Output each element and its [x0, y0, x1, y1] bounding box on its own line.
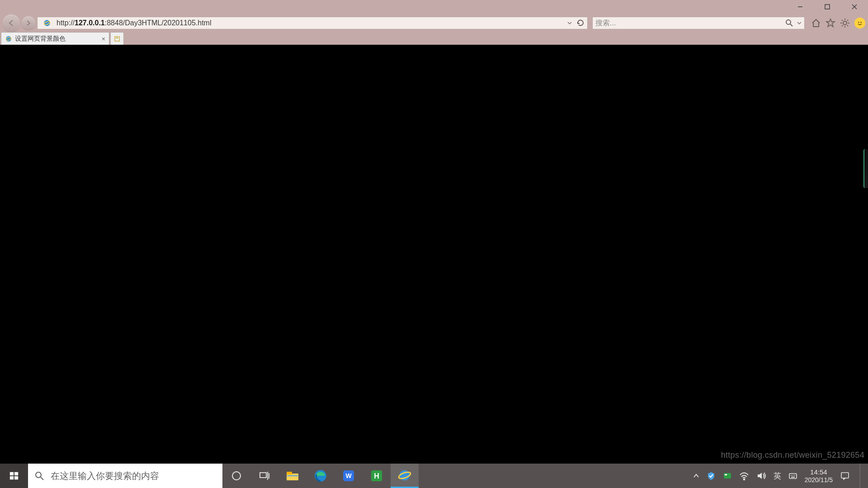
edge-side-widget[interactable] [863, 149, 868, 188]
svg-point-9 [843, 21, 847, 25]
svg-point-19 [858, 22, 859, 23]
forward-button[interactable] [22, 16, 35, 30]
svg-line-30 [41, 477, 43, 480]
svg-point-29 [36, 472, 41, 478]
svg-point-51 [793, 475, 793, 476]
show-desktop-button[interactable] [860, 464, 863, 488]
volume-icon[interactable] [756, 471, 766, 480]
edge-icon [314, 469, 327, 482]
cortana-icon [231, 470, 242, 481]
svg-point-18 [856, 19, 864, 27]
svg-rect-27 [10, 476, 14, 479]
taskbar-app-file-explorer[interactable] [278, 464, 307, 488]
svg-rect-25 [10, 472, 14, 475]
svg-line-15 [847, 25, 848, 26]
svg-rect-35 [287, 474, 298, 480]
ie-page-icon [42, 18, 52, 28]
svg-point-20 [860, 22, 861, 23]
minimize-icon [797, 4, 803, 10]
svg-point-21 [6, 36, 11, 42]
back-button[interactable] [3, 14, 20, 32]
ime-keyboard-icon[interactable] [788, 471, 797, 480]
forward-arrow-icon [25, 19, 32, 27]
file-explorer-icon [286, 470, 299, 482]
svg-point-50 [791, 475, 792, 476]
tab-title: 设置网页背景颜色 [15, 35, 66, 43]
svg-text:H: H [374, 472, 379, 480]
tab-active[interactable]: 设置网页背景颜色 × [1, 32, 109, 45]
toolbar-right-icons [811, 18, 865, 28]
search-icon[interactable] [785, 19, 793, 27]
svg-rect-1 [825, 5, 830, 9]
svg-point-6 [786, 20, 791, 24]
taskbar-search[interactable]: 在这里输入你要搜索的内容 [28, 464, 222, 488]
svg-rect-46 [725, 474, 727, 475]
ime-language-indicator[interactable]: 英 [774, 471, 781, 481]
gear-icon[interactable] [840, 18, 850, 28]
taskbar-clock[interactable]: 14:54 2020/11/5 [805, 468, 833, 484]
close-icon [851, 4, 858, 10]
svg-rect-28 [14, 476, 18, 479]
window-close-button[interactable] [841, 0, 868, 14]
taskbar-search-placeholder: 在这里输入你要搜索的内容 [51, 470, 159, 482]
svg-rect-26 [14, 472, 18, 475]
svg-point-31 [232, 472, 241, 480]
svg-line-16 [847, 20, 848, 21]
tray-overflow-icon[interactable] [693, 473, 699, 479]
taskbar-app-hbuilder[interactable]: H [363, 464, 391, 488]
svg-rect-24 [116, 38, 118, 38]
tab-close-button[interactable]: × [102, 35, 105, 42]
maximize-icon [824, 4, 830, 10]
windows-logo-icon [9, 471, 19, 481]
back-arrow-icon [7, 19, 16, 28]
home-icon[interactable] [811, 18, 821, 28]
action-center-icon[interactable] [840, 471, 850, 480]
tab-strip: 设置网页背景颜色 × [0, 31, 868, 45]
svg-line-17 [842, 25, 843, 26]
search-placeholder: 搜索... [595, 19, 616, 28]
svg-rect-49 [789, 474, 797, 479]
svg-rect-32 [260, 473, 266, 478]
hbuilder-icon: H [370, 469, 383, 482]
ie-page-icon [5, 35, 12, 42]
feedback-smiley-icon[interactable] [854, 18, 865, 28]
refresh-icon[interactable] [576, 19, 585, 27]
svg-rect-54 [841, 473, 849, 478]
taskbar-taskview-button[interactable] [250, 464, 278, 488]
svg-rect-45 [724, 473, 731, 479]
search-icon [34, 471, 44, 481]
taskbar-cortana-button[interactable] [222, 464, 250, 488]
wps-icon: W [342, 469, 355, 482]
window-minimize-button[interactable] [787, 0, 814, 14]
tray-app-icon[interactable] [723, 471, 732, 480]
clock-date: 2020/11/5 [805, 476, 833, 484]
taskbar-spacer [419, 464, 689, 488]
taskview-icon [259, 471, 270, 481]
chevron-down-icon[interactable] [567, 21, 572, 25]
svg-marker-8 [826, 19, 835, 27]
svg-rect-36 [287, 472, 292, 474]
svg-point-52 [794, 475, 795, 476]
search-box[interactable]: 搜索... [592, 17, 805, 29]
address-bar[interactable]: http://127.0.0.1:8848/Day3HTML/20201105.… [37, 17, 588, 29]
svg-text:W: W [345, 472, 352, 479]
taskbar-app-wps[interactable]: W [335, 464, 363, 488]
wifi-icon[interactable] [739, 471, 749, 480]
svg-rect-53 [791, 477, 795, 478]
favorites-icon[interactable] [826, 18, 835, 28]
svg-line-14 [842, 20, 843, 21]
window-maximize-button[interactable] [814, 0, 841, 14]
taskbar-app-edge[interactable] [307, 464, 335, 488]
new-tab-button[interactable] [110, 32, 124, 45]
chevron-down-icon[interactable] [797, 21, 802, 25]
browser-toolbar: http://127.0.0.1:8848/Day3HTML/20201105.… [0, 15, 868, 31]
start-button[interactable] [0, 464, 28, 488]
window-title-bar [0, 0, 868, 15]
svg-marker-48 [758, 473, 762, 479]
security-shield-icon[interactable] [707, 471, 716, 480]
page-content [0, 45, 868, 464]
svg-rect-37 [287, 475, 298, 476]
new-tab-icon [114, 36, 120, 42]
system-tray: 英 14:54 2020/11/5 [689, 464, 868, 488]
taskbar-app-internet-explorer[interactable] [391, 464, 419, 488]
